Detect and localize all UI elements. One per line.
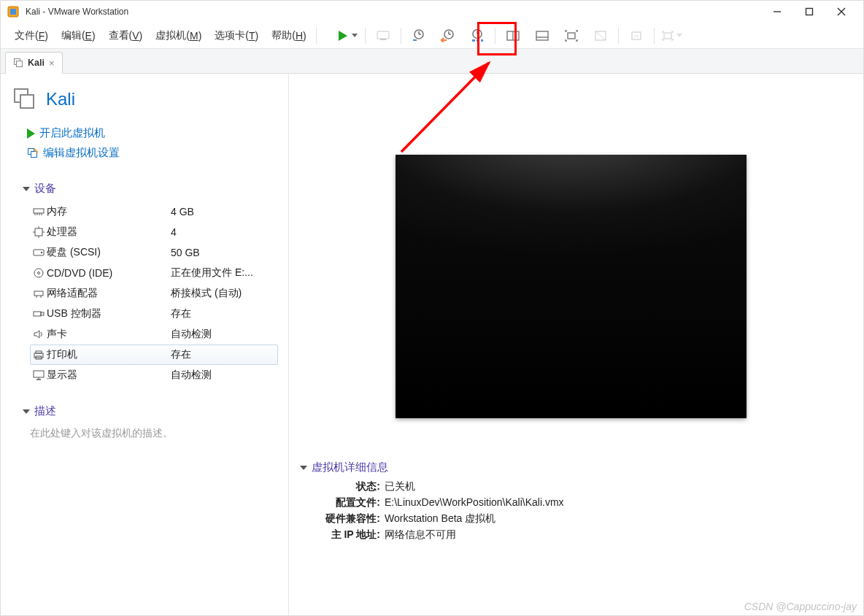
state-value: 已关机 (385, 480, 415, 493)
view-single-icon[interactable] (498, 25, 528, 47)
tab-close-icon[interactable]: × (49, 58, 55, 69)
device-row-cd[interactable]: CD/DVD (IDE)正在使用文件 E:... (30, 263, 278, 283)
svg-rect-31 (17, 61, 23, 67)
stretch-guest-icon[interactable] (622, 25, 651, 47)
vm-details: 虚拟机详细信息 状态:已关机 配置文件:E:\LinuxDev\WorkPosi… (300, 461, 849, 543)
cd-icon (31, 267, 47, 279)
device-name: 处理器 (47, 226, 171, 239)
memory-icon (31, 207, 47, 216)
device-name: USB 控制器 (47, 307, 171, 320)
send-ctrl-alt-del-icon[interactable] (369, 25, 398, 47)
device-name: 网络适配器 (47, 287, 171, 300)
disk-icon (31, 248, 47, 257)
device-row-usb[interactable]: USB 控制器存在 (30, 304, 278, 324)
fullscreen-icon[interactable] (557, 25, 586, 47)
svg-rect-1 (10, 9, 16, 15)
device-name: 内存 (47, 205, 171, 218)
svg-rect-8 (380, 39, 386, 40)
svg-rect-3 (806, 9, 813, 15)
device-row-cpu[interactable]: 处理器4 (30, 222, 278, 242)
state-label: 状态: (322, 480, 380, 493)
svg-rect-35 (31, 151, 37, 157)
device-row-memory[interactable]: 内存4 GB (30, 201, 278, 222)
device-name: 打印机 (47, 348, 171, 361)
svg-rect-23 (536, 31, 548, 40)
device-row-printer[interactable]: 打印机存在 (30, 344, 278, 365)
compat-label: 硬件兼容性: (322, 512, 380, 525)
edit-settings-icon (27, 147, 39, 159)
titlebar: Kali - VMware Workstation (1, 1, 863, 23)
minimize-button[interactable] (761, 1, 793, 22)
device-row-sound[interactable]: 声卡自动检测 (30, 324, 278, 344)
config-value: E:\LinuxDev\WorkPosition\Kali\Kali.vmx (385, 496, 564, 508)
svg-point-48 (34, 269, 43, 277)
device-name: 显示器 (47, 369, 171, 382)
power-button[interactable] (333, 25, 362, 47)
config-label: 配置文件: (322, 496, 380, 509)
unity-icon[interactable] (586, 25, 615, 47)
device-row-net[interactable]: 网络适配器桥接模式 (自动) (30, 283, 278, 304)
vm-name: Kali (46, 89, 75, 109)
snapshot-take-icon[interactable] (404, 25, 433, 47)
svg-point-49 (38, 272, 40, 274)
device-row-display[interactable]: 显示器自动检测 (30, 365, 278, 385)
svg-rect-20 (481, 39, 483, 42)
device-value: 存在 (171, 307, 191, 320)
devices-list: 内存4 GB处理器4硬盘 (SCSI)50 GBCD/DVD (IDE)正在使用… (9, 200, 288, 385)
maximize-button[interactable] (793, 1, 825, 22)
device-value: 4 GB (171, 206, 194, 217)
chevron-down-icon (300, 466, 307, 470)
svg-rect-50 (34, 291, 43, 296)
view-console-icon[interactable] (528, 25, 557, 47)
device-row-disk[interactable]: 硬盘 (SCSI)50 GB (30, 242, 278, 263)
compat-value: Workstation Beta 虚拟机 (385, 512, 495, 525)
chevron-down-icon (23, 187, 30, 191)
watermark: CSDN @Cappuccino-jay (744, 601, 857, 612)
ip-value: 网络信息不可用 (385, 528, 456, 542)
svg-rect-28 (632, 32, 641, 39)
svg-rect-54 (41, 312, 44, 315)
section-description[interactable]: 描述 (9, 385, 288, 423)
sound-icon (31, 329, 47, 339)
menu-file[interactable]: 文件(F) (8, 25, 55, 47)
usb-icon (31, 309, 47, 318)
svg-line-27 (595, 31, 606, 40)
close-button[interactable] (825, 1, 857, 22)
svg-rect-7 (377, 31, 389, 39)
printer-icon (31, 350, 47, 360)
menu-edit[interactable]: 编辑(E) (55, 25, 102, 47)
svg-rect-36 (34, 209, 44, 213)
display-icon (31, 370, 47, 380)
svg-rect-56 (36, 351, 42, 353)
section-devices[interactable]: 设备 (9, 163, 288, 200)
menu-vm[interactable]: 虚拟机(M) (149, 25, 208, 47)
menu-tabs[interactable]: 选项卡(T) (208, 25, 265, 47)
description-placeholder[interactable]: 在此处键入对该虚拟机的描述。 (9, 423, 288, 440)
svg-rect-41 (35, 228, 42, 236)
section-details[interactable]: 虚拟机详细信息 (300, 461, 849, 479)
net-icon (31, 288, 47, 299)
device-value: 自动检测 (171, 369, 212, 382)
power-on-link[interactable]: 开启此虚拟机 (9, 123, 288, 143)
app-icon (7, 5, 20, 18)
vm-icon (12, 87, 37, 112)
snapshot-revert-icon[interactable] (433, 25, 463, 47)
device-value: 4 (171, 226, 177, 238)
menu-help[interactable]: 帮助(H) (265, 25, 312, 47)
menu-view[interactable]: 查看(V) (102, 25, 150, 47)
device-value: 正在使用文件 E:... (171, 266, 253, 280)
edit-settings-link[interactable]: 编辑虚拟机设置 (9, 143, 288, 163)
svg-rect-58 (34, 371, 44, 377)
tabstrip: Kali × (1, 49, 863, 74)
device-name: 声卡 (47, 328, 171, 341)
device-value: 50 GB (171, 247, 200, 258)
summary-pane: Kali 开启此虚拟机 编辑虚拟机设置 设备 内存4 GB处理器4硬盘 (SCS… (1, 74, 289, 615)
exit-fullscreen-icon[interactable] (657, 25, 687, 47)
window-title: Kali - VMware Workstation (26, 7, 128, 17)
snapshot-manager-icon[interactable] (463, 25, 492, 47)
tab-vm-icon (13, 58, 23, 68)
preview-pane: 虚拟机详细信息 状态:已关机 配置文件:E:\LinuxDev\WorkPosi… (289, 74, 863, 615)
tab-kali[interactable]: Kali × (5, 52, 63, 74)
vm-screen-preview[interactable] (396, 155, 747, 418)
app-window: Kali - VMware Workstation 文件(F) 编辑(E) 查看… (0, 0, 864, 616)
